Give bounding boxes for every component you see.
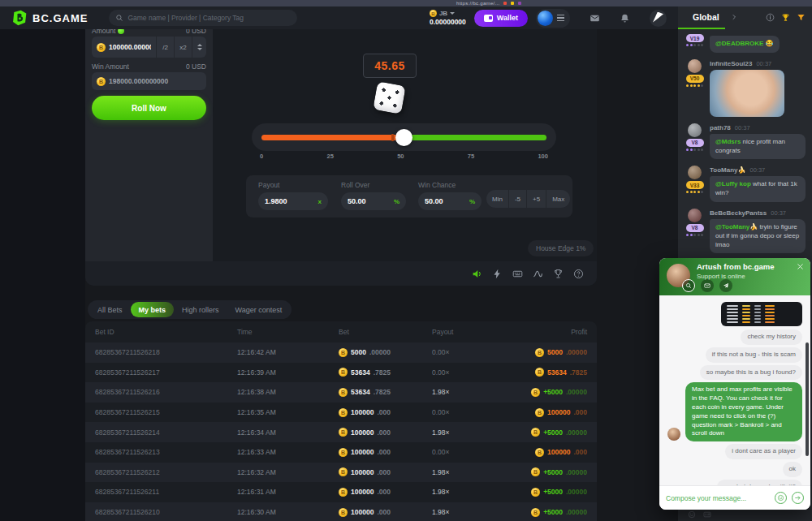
chat-username[interactable]: InfiniteSoul23	[710, 60, 752, 67]
chat-message: V8BeBeBeckyPantss00:37@TooMany🍌 tryin to…	[685, 209, 806, 253]
support-header-icons	[682, 279, 732, 292]
game-search[interactable]	[109, 10, 297, 26]
slider-track[interactable]	[261, 135, 546, 140]
smiley-icon[interactable]	[775, 492, 787, 504]
win-chance-min-button[interactable]: Min	[486, 190, 508, 208]
roll-now-button[interactable]: Roll Now	[92, 96, 206, 120]
profit-amount-decimals: .000	[573, 448, 587, 456]
user-menu[interactable]	[536, 9, 570, 28]
info-icon[interactable]	[766, 13, 775, 22]
coin-icon	[531, 428, 540, 437]
mail-white-icon[interactable]	[701, 279, 714, 292]
win-amount-input[interactable]	[109, 77, 201, 85]
win-chance-max-button[interactable]: Max	[546, 190, 570, 208]
close-icon[interactable]	[797, 263, 804, 270]
bet-amount-decimals: .000	[377, 448, 391, 456]
bet-table-row[interactable]: 6828536721152621012:16:30 AM100000.0001.…	[85, 502, 597, 521]
payout-input[interactable]	[265, 197, 315, 205]
win-chance-minus5-button[interactable]: -5	[508, 190, 526, 208]
bet-table-row[interactable]: 6828536721152621612:16:38 AM53634.78251.…	[85, 382, 597, 403]
half-bet-button[interactable]: /2	[156, 37, 174, 58]
telegram-icon[interactable]	[719, 279, 732, 292]
slider-tick-label: 25	[326, 153, 333, 160]
bets-tabs: All BetsMy betsHigh rollersWager contest	[88, 300, 292, 319]
amount-stepper[interactable]	[192, 37, 206, 58]
bet-amount: 100000	[351, 488, 374, 496]
hotkeys-icon[interactable]	[512, 269, 523, 279]
browser-url: https://bc.game/...	[456, 0, 499, 6]
bet-amount-decimals: .000	[377, 408, 391, 416]
bet-id-cell: 68285367211526211	[95, 488, 237, 496]
roll-over-label: Roll Over	[341, 181, 406, 189]
win-chance-plus5-button[interactable]: +5	[526, 190, 546, 208]
turbo-icon[interactable]	[492, 269, 503, 279]
bet-table-row[interactable]: 6828536721152621212:16:32 AM100000.0001.…	[85, 463, 597, 483]
extension-icon[interactable]	[503, 2, 507, 5]
support-conversation: check my historyif this not a bug - this…	[659, 295, 810, 485]
scrollbar[interactable]	[806, 342, 809, 456]
trophy-gray-icon[interactable]	[553, 269, 564, 279]
support-agent-message: Max bet and max profits are visible in t…	[685, 382, 802, 441]
chat-channel[interactable]: Global	[693, 12, 719, 22]
chat-username[interactable]: TooMany🍌	[710, 166, 746, 174]
user-mention[interactable]: @Luffy kop	[715, 180, 751, 187]
extension-icon[interactable]	[511, 2, 514, 5]
coin-icon	[531, 388, 540, 397]
slider-handle[interactable]	[395, 129, 412, 146]
roll-over-input[interactable]	[348, 197, 391, 205]
chat-image-attachment[interactable]	[710, 70, 784, 117]
tab-high-rollers[interactable]: High rollers	[174, 302, 227, 317]
chat-message-meta: V19	[685, 34, 705, 53]
mail-icon[interactable]	[590, 13, 600, 24]
help-icon[interactable]	[573, 269, 584, 279]
chevron-right-icon[interactable]	[731, 14, 737, 20]
chat-message-content: InfiniteSoul2300:37	[710, 59, 806, 117]
bet-amount: 100000	[351, 468, 374, 476]
chat-username[interactable]: path78	[710, 124, 731, 131]
avatar[interactable]	[688, 166, 702, 179]
filter-icon[interactable]	[797, 13, 806, 22]
bet-table-row[interactable]: 6828536721152621512:16:35 AM100000.0000.…	[85, 403, 597, 423]
user-mention[interactable]: @Mdsrs	[715, 138, 741, 145]
tab-wager-contest[interactable]: Wager contest	[227, 302, 291, 317]
tab-my-bets[interactable]: My bets	[131, 302, 175, 317]
chat-message-content: BeBeBeckyPantss00:37@TooMany🍌 tryin to f…	[710, 209, 806, 253]
bet-table-row[interactable]: 6828536721152621712:16:39 AM53634.78250.…	[85, 363, 597, 383]
tab-all-bets[interactable]: All Bets	[89, 302, 131, 317]
smiley-icon[interactable]	[688, 510, 696, 519]
volume-icon[interactable]	[472, 269, 482, 279]
avatar[interactable]	[688, 209, 702, 222]
gif-icon[interactable]	[703, 510, 711, 519]
bet-table-row[interactable]: 6828536721152621812:16:42 AM5000.000000.…	[85, 342, 597, 363]
spin-rewards-icon[interactable]	[650, 10, 667, 27]
support-image-attachment[interactable]	[721, 302, 802, 326]
coin-icon	[339, 508, 348, 517]
double-bet-button[interactable]: x2	[174, 37, 192, 58]
bet-table-row[interactable]: 6828536721152621412:16:34 AM100000.0001.…	[85, 422, 597, 442]
bet-amount-decimals: .000	[377, 508, 391, 516]
coin-icon	[339, 448, 348, 457]
bell-icon[interactable]	[620, 13, 630, 24]
search-icon	[115, 14, 123, 22]
avatar[interactable]	[688, 123, 702, 137]
trophy-icon[interactable]	[781, 13, 790, 22]
chat-username[interactable]: BeBeBeckyPantss	[710, 209, 767, 217]
q-search-icon[interactable]	[682, 279, 695, 292]
chat-bubble: @TooMany🍌 tryin to figure out if im gonn…	[710, 219, 806, 253]
bet-amount-input[interactable]	[109, 43, 151, 51]
send-icon[interactable]	[792, 492, 804, 504]
user-mention[interactable]: @DEADBROKE	[715, 40, 763, 47]
currency-selector[interactable]: JB 0.00000000	[430, 10, 466, 26]
wallet-button[interactable]: Wallet	[474, 10, 528, 27]
win-chance-input[interactable]	[425, 197, 466, 205]
search-input[interactable]	[127, 14, 291, 22]
extension-icon[interactable]	[518, 2, 521, 5]
user-mention[interactable]: @TooMany🍌	[715, 223, 758, 230]
compose-input[interactable]	[666, 494, 770, 502]
bcgame-logo[interactable]: BC.GAME	[11, 10, 88, 26]
live-stats-icon[interactable]	[533, 269, 543, 279]
roll-slider	[252, 123, 556, 151]
avatar[interactable]	[688, 59, 702, 73]
bet-table-row[interactable]: 6828536721152621312:16:33 AM100000.0000.…	[85, 442, 597, 463]
bet-table-row[interactable]: 6828536721152621112:16:31 AM100000.0001.…	[85, 482, 597, 502]
